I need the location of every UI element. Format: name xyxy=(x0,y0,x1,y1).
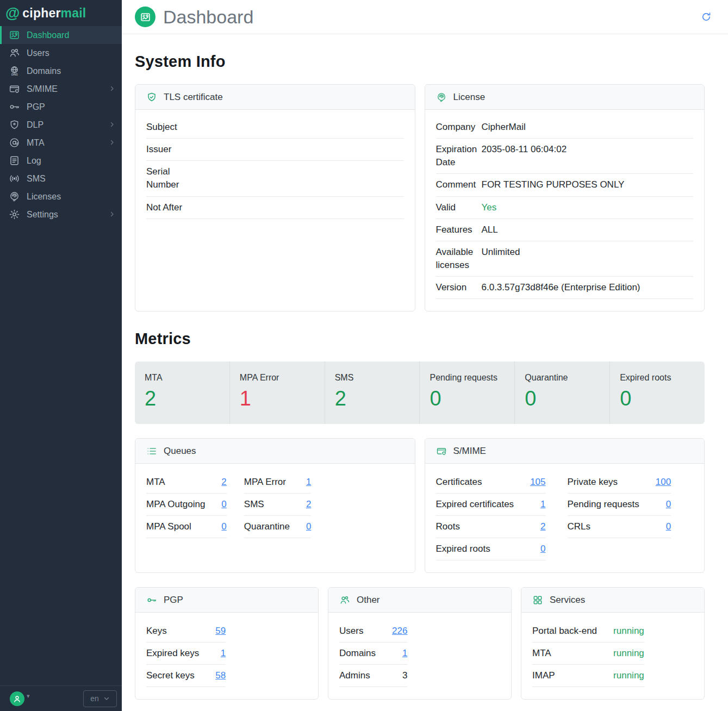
table-row: SMS2 xyxy=(244,494,312,516)
pgp-card-header: PGP xyxy=(135,588,318,613)
card-title: S/MIME xyxy=(453,446,486,457)
system-info-cards: TLS certificate Subject Issuer Serial Nu… xyxy=(135,84,705,311)
queue-count-link[interactable]: 0 xyxy=(306,521,311,532)
card-title: Queues xyxy=(164,446,196,457)
metric-expired-roots: Expired roots 0 xyxy=(610,361,705,424)
language-value: en xyxy=(90,694,99,703)
smime-table-2: Private keys100 Pending requests0 CRLs0 xyxy=(568,471,671,538)
queue-count-link[interactable]: 1 xyxy=(306,477,311,487)
sidebar-item-domains[interactable]: DNS Domains xyxy=(0,62,122,80)
other-table: Users226 Domains1 Admins3 xyxy=(339,620,407,687)
smime-count-link[interactable]: 105 xyxy=(530,477,545,487)
licenses-icon xyxy=(9,191,20,202)
smime-icon xyxy=(436,446,447,457)
pgp-count-link[interactable]: 1 xyxy=(221,648,226,658)
info-row: Serial Number xyxy=(146,161,404,196)
license-card-header: License xyxy=(425,85,705,110)
info-row: Version6.0.3.57g73d8f46e (Enterprise Edi… xyxy=(436,277,694,299)
sidebar-nav: Dashboard Users DNS Domains S/MIME PGP D… xyxy=(0,26,122,223)
card-title: License xyxy=(453,92,486,103)
sidebar-item-licenses[interactable]: Licenses xyxy=(0,188,122,205)
services-card-header: Services xyxy=(521,588,704,613)
account-menu-button[interactable]: ▾ xyxy=(10,691,30,706)
queues-table-1: MTA2 MPA Outgoing0 MPA Spool0 xyxy=(146,471,227,538)
domains-dns-icon: DNS xyxy=(9,65,20,77)
table-row: Expired roots0 xyxy=(436,538,546,560)
pgp-key-icon xyxy=(146,595,157,606)
smime-count-link[interactable]: 1 xyxy=(540,499,545,509)
queue-count-link[interactable]: 0 xyxy=(221,499,226,509)
pgp-key-icon xyxy=(9,101,20,113)
queue-count-link[interactable]: 0 xyxy=(221,521,226,532)
sidebar-item-sms[interactable]: SMS xyxy=(0,170,122,188)
users-count-link[interactable]: 226 xyxy=(392,626,407,636)
sidebar-item-label: Domains xyxy=(27,66,61,76)
metric-mta: MTA 2 xyxy=(135,361,230,424)
table-row: MPA Error1 xyxy=(244,471,312,494)
sidebar-item-label: DLP xyxy=(27,120,43,130)
smime-count-link[interactable]: 2 xyxy=(540,521,545,532)
info-row: CompanyCipherMail xyxy=(436,116,694,139)
smime-count-link[interactable]: 0 xyxy=(540,544,545,554)
table-row: MPA Outgoing0 xyxy=(146,494,227,516)
metric-value: 1 xyxy=(240,387,325,410)
sidebar-item-users[interactable]: Users xyxy=(0,44,122,62)
metric-value: 2 xyxy=(335,387,420,410)
shield-check-icon xyxy=(146,92,157,103)
sidebar-item-pgp[interactable]: PGP xyxy=(0,98,122,116)
sidebar-item-log[interactable]: Log xyxy=(0,152,122,170)
queues-card-header: Queues xyxy=(135,439,415,464)
info-row: ValidYes xyxy=(436,197,694,219)
chevron-down-icon xyxy=(103,695,110,702)
queue-count-link[interactable]: 2 xyxy=(306,499,311,509)
pgp-count-link[interactable]: 58 xyxy=(215,670,226,681)
chevron-right-icon xyxy=(109,210,115,220)
card-title: PGP xyxy=(164,595,183,606)
queues-card-body: MTA2 MPA Outgoing0 MPA Spool0 MPA Error1… xyxy=(135,464,415,550)
sidebar-item-dlp[interactable]: DLP xyxy=(0,116,122,134)
table-row: MPA Spool0 xyxy=(146,516,227,538)
log-icon xyxy=(9,155,20,166)
info-row: Subject xyxy=(146,116,404,139)
service-status: running xyxy=(613,626,644,636)
smime-count-link[interactable]: 0 xyxy=(666,499,671,509)
domains-count-link[interactable]: 1 xyxy=(402,648,407,658)
sidebar-item-dashboard[interactable]: Dashboard xyxy=(0,26,122,44)
chevron-right-icon xyxy=(109,84,115,94)
sidebar: @ ciphermail Dashboard Users DNS Domains… xyxy=(0,0,122,711)
language-select[interactable]: en xyxy=(83,690,117,707)
ciphermail-at-icon: @ xyxy=(5,6,20,21)
license-valid-value: Yes xyxy=(482,201,694,214)
table-row: Admins3 xyxy=(339,665,407,687)
service-status: running xyxy=(613,648,644,658)
table-row: Expired certificates1 xyxy=(436,494,546,516)
system-info-heading: System Info xyxy=(135,53,705,71)
card-title: Services xyxy=(550,595,585,606)
services-table: Portal back-endrunning MTArunning IMAPru… xyxy=(532,620,644,687)
smime-card-header: S/MIME xyxy=(425,439,705,464)
services-card-body: Portal back-endrunning MTArunning IMAPru… xyxy=(521,613,704,699)
sms-broadcast-icon xyxy=(9,173,20,184)
smime-count-link[interactable]: 0 xyxy=(666,521,671,532)
smime-table-1: Certificates105 Expired certificates1 Ro… xyxy=(436,471,546,560)
queue-smime-cards: Queues MTA2 MPA Outgoing0 MPA Spool0 MPA… xyxy=(135,438,705,573)
sidebar-footer: ▾ en xyxy=(0,685,122,711)
other-card: Other Users226 Domains1 Admins3 xyxy=(328,587,512,700)
table-row: Private keys100 xyxy=(568,471,671,494)
pgp-count-link[interactable]: 59 xyxy=(215,626,226,636)
metric-sms: SMS 2 xyxy=(325,361,420,424)
table-row: IMAPrunning xyxy=(532,665,644,687)
smime-count-link[interactable]: 100 xyxy=(656,477,671,487)
refresh-button[interactable] xyxy=(701,11,712,22)
sidebar-item-mta[interactable]: MTA xyxy=(0,134,122,152)
user-icon xyxy=(13,694,22,703)
queue-count-link[interactable]: 2 xyxy=(221,477,226,487)
settings-gear-icon xyxy=(9,209,20,220)
dashboard-icon xyxy=(9,29,20,41)
sidebar-item-settings[interactable]: Settings xyxy=(0,205,122,223)
smime-card: S/MIME Certificates105 Expired certifica… xyxy=(425,438,705,573)
table-row: Expired keys1 xyxy=(146,643,226,665)
tls-card-header: TLS certificate xyxy=(135,85,415,110)
caret-down-icon: ▾ xyxy=(27,693,30,700)
sidebar-item-smime[interactable]: S/MIME xyxy=(0,80,122,98)
